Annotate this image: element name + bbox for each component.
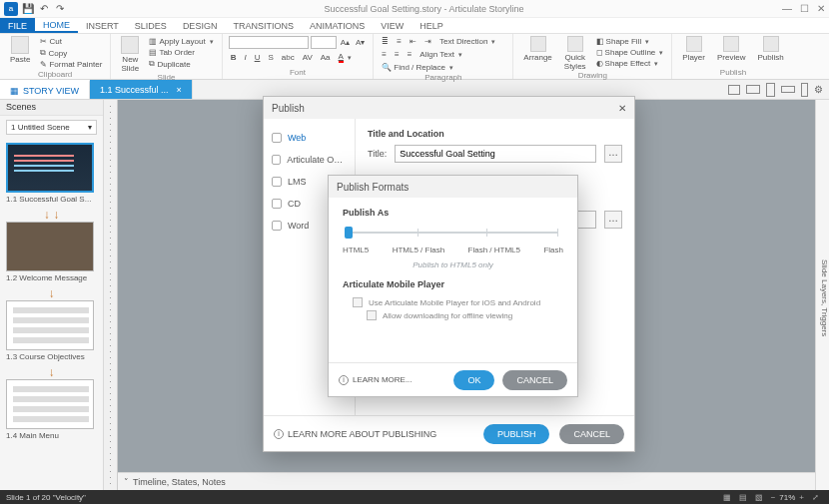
nav-label: Articulate Online bbox=[287, 155, 347, 165]
phone-landscape-icon[interactable] bbox=[781, 86, 795, 93]
shape-effect-button[interactable]: ◐Shape Effect bbox=[594, 58, 666, 69]
publish-formats-dialog: Publish Formats Publish As HTML5 HTML5 /… bbox=[328, 175, 578, 397]
text-direction-button[interactable]: Text Direction bbox=[437, 36, 497, 47]
amp-checkbox-1[interactable]: Use Articulate Mobile Player for iOS and… bbox=[353, 297, 563, 307]
format-slider[interactable] bbox=[349, 226, 557, 240]
tab-home[interactable]: HOME bbox=[35, 18, 78, 33]
shadow-icon[interactable]: abc bbox=[280, 51, 297, 64]
group-slide: New Slide ▥Apply Layout ▤Tab Order ⧉Dupl… bbox=[111, 34, 222, 79]
formats-cancel-button[interactable]: CANCEL bbox=[502, 370, 567, 390]
numbering-icon[interactable]: ≡ bbox=[395, 36, 404, 47]
tab-story-view[interactable]: ▦STORY VIEW bbox=[0, 80, 90, 99]
close-button[interactable]: ✕ bbox=[817, 3, 825, 14]
align-left-icon[interactable]: ≡ bbox=[380, 49, 389, 60]
outdent-icon[interactable]: ⇤ bbox=[408, 36, 418, 47]
apply-layout-button[interactable]: ▥Apply Layout bbox=[147, 36, 215, 47]
tab-animations[interactable]: ANIMATIONS bbox=[302, 18, 373, 33]
thumb-1-4[interactable]: 1.4 Main Menu bbox=[6, 379, 97, 440]
italic-icon[interactable]: I bbox=[242, 51, 248, 64]
desktop-icon[interactable] bbox=[728, 85, 740, 95]
shape-outline-button[interactable]: ◻Shape Outline bbox=[594, 47, 666, 58]
right-panel-collapsed[interactable]: Slide Layers, Triggers bbox=[815, 100, 829, 490]
indent-icon[interactable]: ⇥ bbox=[422, 36, 433, 47]
tab-slide-1-1[interactable]: 1.1 Successful ...× bbox=[90, 80, 193, 99]
fit-icon[interactable]: ⤢ bbox=[812, 493, 819, 502]
paste-button[interactable]: Paste bbox=[6, 36, 34, 64]
tab-order-button[interactable]: ▤Tab Order bbox=[147, 47, 215, 58]
cut-button[interactable]: ✂Cut bbox=[38, 36, 104, 47]
phone-portrait-icon[interactable] bbox=[801, 83, 808, 97]
spacing-icon[interactable]: AV bbox=[301, 51, 315, 64]
font-size-input[interactable] bbox=[311, 36, 337, 49]
tab-help[interactable]: HELP bbox=[412, 18, 451, 33]
minimize-button[interactable]: — bbox=[782, 3, 792, 14]
lms-icon bbox=[272, 177, 282, 187]
new-slide-button[interactable]: New Slide bbox=[117, 36, 143, 73]
strike-icon[interactable]: S bbox=[266, 51, 275, 64]
duplicate-icon: ⧉ bbox=[149, 59, 155, 69]
grow-font-icon[interactable]: A▴ bbox=[339, 36, 352, 49]
title-input[interactable] bbox=[395, 145, 596, 163]
thumb-1-1[interactable]: 1.1 Successful Goal S... bbox=[6, 143, 97, 204]
formats-title-bar: Publish Formats bbox=[329, 176, 577, 198]
redo-icon[interactable]: ↷ bbox=[54, 3, 66, 15]
format-painter-button[interactable]: ✎Format Painter bbox=[38, 59, 104, 70]
align-right-icon[interactable]: ≡ bbox=[406, 49, 414, 60]
zoom-out-icon[interactable]: − bbox=[771, 493, 776, 502]
learn-more-link[interactable]: iLEARN MORE ABOUT PUBLISHING bbox=[274, 429, 473, 439]
publish-confirm-button[interactable]: PUBLISH bbox=[483, 424, 550, 444]
formats-ok-button[interactable]: OK bbox=[453, 370, 494, 390]
tab-order-icon: ▤ bbox=[149, 48, 157, 57]
tab-view[interactable]: VIEW bbox=[373, 18, 412, 33]
player-icon bbox=[686, 36, 702, 52]
underline-icon[interactable]: U bbox=[253, 51, 263, 64]
timeline-pane-header[interactable]: ˅ Timeline, States, Notes bbox=[118, 472, 815, 490]
save-icon[interactable]: 💾 bbox=[22, 3, 34, 15]
undo-icon[interactable]: ↶ bbox=[38, 3, 50, 15]
align-center-icon[interactable]: ≡ bbox=[393, 49, 402, 60]
gear-icon[interactable]: ⚙ bbox=[814, 84, 823, 95]
shape-fill-button[interactable]: ◧Shape Fill bbox=[594, 36, 666, 47]
font-color-icon[interactable]: A bbox=[337, 51, 354, 64]
tab-file[interactable]: FILE bbox=[0, 18, 35, 33]
thumb-1-2[interactable]: 1.2 Welcome Message bbox=[6, 222, 97, 282]
browse-button[interactable]: … bbox=[604, 145, 622, 163]
amp-checkbox-2[interactable]: Allow downloading for offline viewing bbox=[367, 310, 563, 320]
browse-button-2[interactable]: … bbox=[604, 211, 622, 229]
publish-cancel-button[interactable]: CANCEL bbox=[559, 424, 624, 444]
close-tab-icon[interactable]: × bbox=[177, 85, 182, 95]
view-icon-2[interactable]: ▤ bbox=[739, 493, 747, 502]
preview-button[interactable]: Preview bbox=[713, 36, 749, 62]
scene-selector[interactable]: 1 Untitled Scene▾ bbox=[6, 120, 97, 135]
shrink-font-icon[interactable]: A▾ bbox=[354, 36, 367, 49]
tab-design[interactable]: DESIGN bbox=[175, 18, 226, 33]
align-text-button[interactable]: Align Text bbox=[417, 49, 464, 60]
maximize-button[interactable]: ☐ bbox=[800, 3, 809, 14]
nav-articulate-online[interactable]: Articulate Online bbox=[264, 149, 355, 171]
slider-thumb[interactable] bbox=[345, 227, 353, 239]
thumb-1-3[interactable]: 1.3 Course Objectives bbox=[6, 300, 97, 361]
view-icon-1[interactable]: ▦ bbox=[723, 493, 731, 502]
view-icon-3[interactable]: ▧ bbox=[755, 493, 763, 502]
close-icon[interactable]: ✕ bbox=[618, 103, 626, 114]
tablet-portrait-icon[interactable] bbox=[766, 83, 775, 97]
quick-styles-button[interactable]: Quick Styles bbox=[560, 36, 590, 71]
status-slide-info: Slide 1 of 20 "Velocity" bbox=[6, 493, 86, 502]
formats-learn-more[interactable]: iLEARN MORE... bbox=[339, 375, 445, 385]
duplicate-button[interactable]: ⧉Duplicate bbox=[147, 58, 215, 70]
zoom-in-icon[interactable]: + bbox=[799, 493, 804, 502]
tab-insert[interactable]: INSERT bbox=[78, 18, 127, 33]
arrange-button[interactable]: Arrange bbox=[519, 36, 555, 62]
nav-web[interactable]: Web bbox=[264, 127, 355, 149]
font-family-input[interactable] bbox=[229, 36, 309, 49]
case-icon[interactable]: Aa bbox=[319, 51, 333, 64]
bold-icon[interactable]: B bbox=[229, 51, 239, 64]
find-replace-button[interactable]: 🔍 Find / Replace bbox=[380, 62, 455, 73]
tablet-landscape-icon[interactable] bbox=[746, 85, 760, 94]
player-button[interactable]: Player bbox=[678, 36, 709, 62]
tab-slides[interactable]: SLIDES bbox=[127, 18, 175, 33]
publish-button[interactable]: Publish bbox=[753, 36, 787, 62]
tab-transitions[interactable]: TRANSITIONS bbox=[225, 18, 302, 33]
bullets-icon[interactable]: ≣ bbox=[380, 36, 391, 47]
copy-button[interactable]: ⧉Copy bbox=[38, 47, 104, 59]
